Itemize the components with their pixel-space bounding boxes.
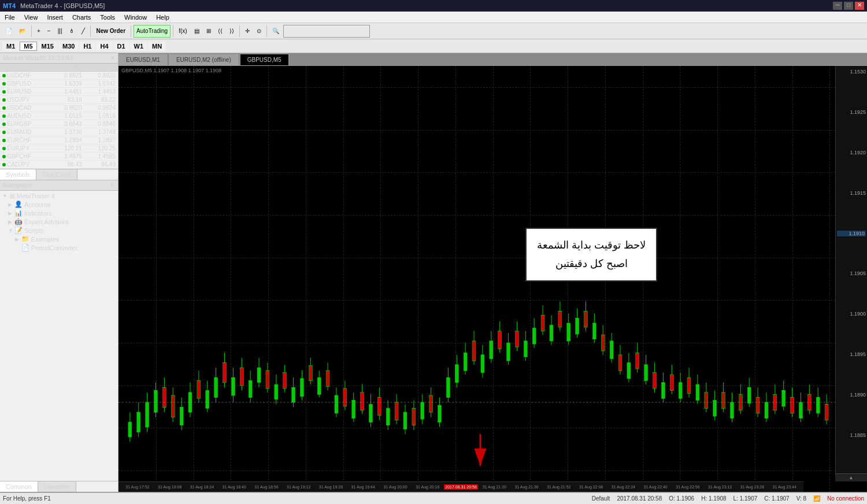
bid-cell: 1.4575 — [51, 153, 84, 161]
mw-tab-tick-chart[interactable]: Tick Chart — [36, 169, 77, 180]
tree-examples[interactable]: ▶ 📁 Examples — [1, 235, 117, 243]
market-watch-row[interactable]: USDJPY83.1983.22 — [0, 96, 118, 104]
tf-w1[interactable]: W1 — [130, 42, 148, 51]
status-open: O: 1.1906 — [669, 495, 694, 502]
tree-period-converter[interactable]: 📄 PeriodConverter — [1, 243, 117, 252]
market-watch-row[interactable]: EURGBP0.88430.8846 — [0, 120, 118, 128]
tf-d1[interactable]: D1 — [113, 42, 129, 51]
svg-rect-53 — [352, 401, 355, 418]
tree-scripts[interactable]: ▼ 📝 Scripts — [1, 226, 117, 235]
svg-rect-23 — [223, 363, 227, 383]
tf-m1[interactable]: M1 — [2, 42, 19, 51]
menu-file[interactable]: File — [0, 13, 20, 22]
search-btn[interactable]: 🔍 — [269, 25, 282, 38]
tf-m30[interactable]: M30 — [58, 42, 79, 51]
chart-line-btn[interactable]: ╱ — [79, 25, 88, 38]
symbol-cell: EURCHF — [0, 136, 51, 144]
folder-icon: 🖥 — [9, 192, 15, 199]
svg-rect-135 — [705, 392, 708, 408]
market-watch-close[interactable]: ✕ — [110, 54, 115, 62]
market-watch-row[interactable]: AUDUSD1.05151.0518 — [0, 112, 118, 120]
market-watch-row[interactable]: EURJPY120.21120.25 — [0, 144, 118, 153]
nav-tab-favorites[interactable]: Favorites — [38, 481, 76, 492]
svg-rect-141 — [730, 402, 733, 418]
status-right: Default 2017.08.31 20:58 O: 1.1906 H: 1.… — [592, 495, 864, 502]
zoom-out-btn[interactable]: − — [45, 25, 54, 38]
menu-help[interactable]: Help — [151, 13, 174, 22]
navigator-close[interactable]: ✕ — [110, 181, 115, 189]
svg-rect-25 — [231, 377, 235, 395]
tree-expert-advisors[interactable]: ▶ 🤖 Expert Advisors — [1, 217, 117, 226]
menu-charts[interactable]: Charts — [68, 13, 95, 22]
status-close: C: 1.1907 — [764, 495, 789, 502]
market-watch-row[interactable]: EURAUD1.37361.3748 — [0, 128, 118, 136]
minimize-btn[interactable]: ─ — [833, 2, 842, 10]
new-file-btn[interactable]: 📄 — [2, 25, 15, 38]
main-content: Market Watch: 16:24:53 ✕ Symbol Bid Ask … — [0, 53, 867, 492]
chart-tab-gbpusd-m5[interactable]: GBPUSD,M5 — [240, 54, 289, 65]
new-order-btn[interactable]: New Order — [93, 25, 128, 38]
maximize-btn[interactable]: □ — [844, 2, 853, 10]
svg-rect-107 — [584, 312, 588, 327]
menu-tools[interactable]: Tools — [95, 13, 120, 22]
scroll-right-btn[interactable]: ⟩⟩ — [227, 25, 237, 38]
price-3: 1.1920 — [837, 150, 866, 155]
market-watch-row[interactable]: GBPCHF1.45751.4585 — [0, 153, 118, 161]
status-low: L: 1.1907 — [733, 495, 758, 502]
svg-rect-87 — [498, 331, 502, 349]
market-watch-row[interactable]: EURCHF1.28941.2897 — [0, 136, 118, 144]
menu-view[interactable]: View — [20, 13, 43, 22]
ask-cell: 1.2897 — [84, 136, 118, 144]
mw-tab-symbols[interactable]: Symbols — [0, 169, 36, 180]
market-watch-row[interactable]: EURUSD1.44511.4453 — [0, 88, 118, 96]
sep4 — [173, 25, 173, 37]
nav-tab-common[interactable]: Common — [0, 481, 38, 492]
wifi-icon: 📶 — [813, 495, 820, 502]
market-watch-row[interactable]: CADJPY86.4386.49 — [0, 161, 118, 169]
svg-rect-139 — [722, 392, 725, 408]
tf-h1[interactable]: H1 — [79, 42, 95, 51]
menu-insert[interactable]: Insert — [42, 13, 68, 22]
chart-tab-eurusd-m1[interactable]: EURUSD,M1 — [118, 54, 168, 65]
zoom-in-btn[interactable]: + — [34, 25, 43, 38]
chart-tab-eurusd-m2[interactable]: EURUSD,M2 (offline) — [169, 54, 239, 65]
svg-rect-49 — [335, 395, 338, 413]
market-watch-row[interactable]: USDCAD0.96200.9624 — [0, 104, 118, 112]
chart-candle-btn[interactable]: 🕯 — [66, 25, 77, 38]
tf-m15[interactable]: M15 — [38, 42, 58, 51]
tree-metatrader4[interactable]: ▼ 🖥 MetaTrader 4 — [1, 192, 117, 200]
market-watch-row[interactable]: USDCHF0.89210.8925 — [0, 72, 118, 80]
svg-rect-69 — [421, 402, 424, 419]
ask-cell: 0.8925 — [84, 72, 118, 80]
navigator-panel: Navigator ✕ ▼ 🖥 MetaTrader 4 ▶ 👤 Account… — [0, 180, 118, 492]
search-input[interactable] — [283, 25, 370, 38]
tf-m5[interactable]: M5 — [20, 42, 36, 51]
magnet-btn[interactable]: ⊙ — [254, 25, 264, 38]
period-sep-btn[interactable]: ⊞ — [203, 25, 214, 38]
scroll-left-btn[interactable]: ⟨⟨ — [215, 25, 225, 38]
tf-h4[interactable]: H4 — [96, 42, 112, 51]
indicators-btn[interactable]: f(x) — [176, 25, 190, 38]
tree-indicators[interactable]: ▶ 📊 Indicators — [1, 209, 117, 217]
price-10: 1.1885 — [837, 432, 866, 438]
svg-rect-45 — [317, 377, 321, 394]
open-btn[interactable]: 📂 — [16, 25, 29, 38]
chart-bar-btn[interactable]: ||| — [55, 25, 65, 38]
auto-trading-btn[interactable]: AutoTrading — [134, 25, 171, 38]
tf-mn[interactable]: MN — [148, 42, 166, 51]
chart-scroll-up[interactable]: ▲ — [835, 473, 867, 481]
col-ask: Ask — [84, 64, 118, 72]
svg-rect-7 — [154, 391, 158, 413]
chart-canvas[interactable]: GBPUSD,M5 1.1907 1.1908 1.1907 1.1908 — [118, 66, 867, 492]
close-btn[interactable]: ✕ — [855, 2, 864, 10]
svg-rect-99 — [550, 325, 553, 341]
menu-window[interactable]: Window — [120, 13, 151, 22]
svg-rect-83 — [481, 355, 484, 373]
crosshair-btn[interactable]: ✛ — [242, 25, 253, 38]
tree-label: MetaTrader 4 — [17, 192, 55, 199]
tree-accounts[interactable]: ▶ 👤 Accounts — [1, 200, 117, 209]
market-watch-row[interactable]: GBPUSD1.63391.6342 — [0, 80, 118, 88]
status-bar: For Help, press F1 Default 2017.08.31 20… — [0, 492, 867, 504]
svg-rect-29 — [249, 380, 252, 397]
template-btn[interactable]: ▤ — [191, 25, 202, 38]
